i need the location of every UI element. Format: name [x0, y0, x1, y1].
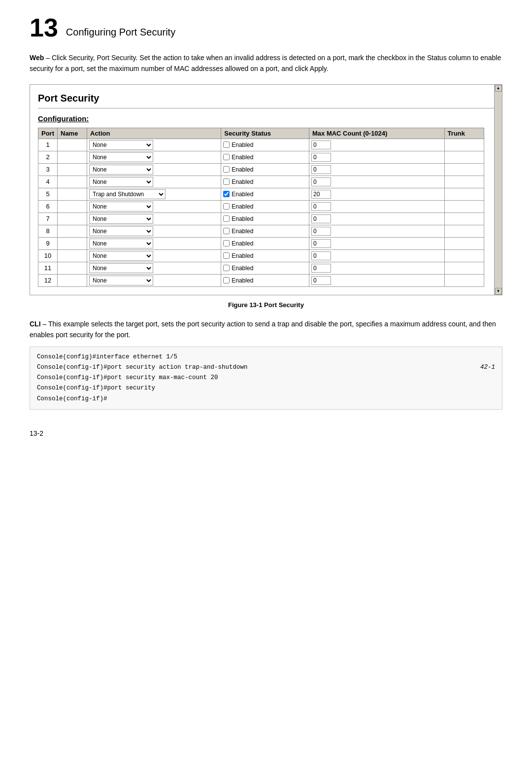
enabled-label: Enabled	[232, 141, 253, 148]
action-select[interactable]: NoneTrapShutdownTrap and Shutdown	[89, 251, 153, 261]
scrollbar-thumb[interactable]	[495, 92, 502, 288]
cell-action[interactable]: NoneTrapShutdownTrap and Shutdown	[87, 212, 221, 225]
enabled-label: Enabled	[232, 228, 253, 235]
code-line: Console(config-if)#	[37, 394, 495, 404]
enabled-checkbox[interactable]	[223, 240, 230, 246]
mac-count-input[interactable]	[311, 190, 331, 199]
action-select[interactable]: NoneTrapShutdownTrap and Shutdown	[89, 202, 153, 211]
cell-mac-count[interactable]	[309, 225, 444, 237]
cell-security-status[interactable]: Enabled	[221, 225, 309, 237]
action-select[interactable]: NoneTrapShutdownTrap and Shutdown	[89, 276, 153, 285]
cell-mac-count[interactable]	[309, 200, 444, 212]
cell-mac-count[interactable]	[309, 237, 444, 249]
cell-mac-count[interactable]	[309, 188, 444, 200]
scrollbar-up-button[interactable]: ▲	[495, 85, 502, 92]
cell-action[interactable]: NoneTrapShutdownTrap and Shutdown	[87, 188, 221, 200]
action-select[interactable]: NoneTrapShutdownTrap and Shutdown	[89, 263, 153, 273]
cell-action[interactable]: NoneTrapShutdownTrap and Shutdown	[87, 274, 221, 286]
enabled-checkbox[interactable]	[223, 166, 230, 173]
cell-security-status[interactable]: Enabled	[221, 262, 309, 274]
cell-security-status[interactable]: Enabled	[221, 200, 309, 212]
cell-security-status[interactable]: Enabled	[221, 139, 309, 151]
cell-security-status[interactable]: Enabled	[221, 176, 309, 188]
table-row: 9NoneTrapShutdownTrap and ShutdownEnable…	[38, 237, 484, 249]
figure-caption: Figure 13-1 Port Security	[30, 301, 502, 309]
mac-count-input[interactable]	[311, 177, 331, 186]
mac-count-input[interactable]	[311, 202, 331, 211]
enabled-checkbox[interactable]	[223, 252, 230, 259]
cell-trunk	[444, 188, 484, 200]
cell-action[interactable]: NoneTrapShutdownTrap and Shutdown	[87, 139, 221, 151]
enabled-checkbox[interactable]	[223, 141, 230, 148]
cell-action[interactable]: NoneTrapShutdownTrap and Shutdown	[87, 163, 221, 176]
cell-action[interactable]: NoneTrapShutdownTrap and Shutdown	[87, 225, 221, 237]
action-select[interactable]: NoneTrapShutdownTrap and Shutdown	[89, 189, 166, 199]
code-line: Console(config-if)#port security max-mac…	[37, 373, 495, 383]
action-select[interactable]: NoneTrapShutdownTrap and Shutdown	[89, 165, 153, 175]
cell-mac-count[interactable]	[309, 262, 444, 274]
scrollbar[interactable]: ▲ ▼	[494, 85, 502, 295]
code-line: Console(config-if)#port security	[37, 383, 495, 393]
cell-security-status[interactable]: Enabled	[221, 212, 309, 225]
cell-trunk	[444, 200, 484, 212]
cell-action[interactable]: NoneTrapShutdownTrap and Shutdown	[87, 200, 221, 212]
cell-name	[58, 212, 87, 225]
port-security-table: Port Name Action Security Status Max MAC…	[38, 128, 484, 287]
cell-name	[58, 262, 87, 274]
action-select[interactable]: NoneTrapShutdownTrap and Shutdown	[89, 226, 153, 236]
enabled-checkbox[interactable]	[223, 154, 230, 160]
cell-action[interactable]: NoneTrapShutdownTrap and Shutdown	[87, 151, 221, 163]
code-block: Console(config)#interface ethernet 1/5Co…	[30, 347, 502, 410]
mac-count-input[interactable]	[311, 165, 331, 174]
scrollbar-down-button[interactable]: ▼	[495, 288, 502, 295]
cell-name	[58, 249, 87, 262]
cell-security-status[interactable]: Enabled	[221, 151, 309, 163]
mac-count-input[interactable]	[311, 264, 331, 273]
cell-mac-count[interactable]	[309, 151, 444, 163]
cell-security-status[interactable]: Enabled	[221, 163, 309, 176]
enabled-checkbox[interactable]	[223, 228, 230, 234]
mac-count-input[interactable]	[311, 141, 331, 149]
cell-name	[58, 237, 87, 249]
cell-security-status[interactable]: Enabled	[221, 188, 309, 200]
action-select[interactable]: NoneTrapShutdownTrap and Shutdown	[89, 152, 153, 162]
cell-action[interactable]: NoneTrapShutdownTrap and Shutdown	[87, 262, 221, 274]
mac-count-input[interactable]	[311, 251, 331, 260]
cell-mac-count[interactable]	[309, 274, 444, 286]
mac-count-input[interactable]	[311, 276, 331, 285]
cell-security-status[interactable]: Enabled	[221, 249, 309, 262]
cell-mac-count[interactable]	[309, 139, 444, 151]
cell-action[interactable]: NoneTrapShutdownTrap and Shutdown	[87, 249, 221, 262]
cell-security-status[interactable]: Enabled	[221, 237, 309, 249]
cell-security-status[interactable]: Enabled	[221, 274, 309, 286]
cell-mac-count[interactable]	[309, 249, 444, 262]
mac-count-input[interactable]	[311, 239, 331, 248]
action-select[interactable]: NoneTrapShutdownTrap and Shutdown	[89, 239, 153, 248]
cell-mac-count[interactable]	[309, 212, 444, 225]
table-row: 4NoneTrapShutdownTrap and ShutdownEnable…	[38, 176, 484, 188]
enabled-checkbox[interactable]	[223, 203, 230, 210]
cell-mac-count[interactable]	[309, 163, 444, 176]
action-select[interactable]: NoneTrapShutdownTrap and Shutdown	[89, 214, 153, 224]
cell-port: 10	[38, 249, 58, 262]
cell-action[interactable]: NoneTrapShutdownTrap and Shutdown	[87, 237, 221, 249]
enabled-checkbox[interactable]	[223, 265, 230, 271]
cell-name	[58, 274, 87, 286]
cell-action[interactable]: NoneTrapShutdownTrap and Shutdown	[87, 176, 221, 188]
action-select[interactable]: NoneTrapShutdownTrap and Shutdown	[89, 177, 153, 187]
mac-count-input[interactable]	[311, 153, 331, 162]
enabled-label: Enabled	[232, 215, 253, 222]
action-select[interactable]: NoneTrapShutdownTrap and Shutdown	[89, 140, 153, 150]
mac-count-input[interactable]	[311, 227, 331, 236]
enabled-checkbox[interactable]	[223, 178, 230, 185]
mac-count-input[interactable]	[311, 214, 331, 223]
enabled-checkbox[interactable]	[223, 191, 230, 197]
enabled-checkbox[interactable]	[223, 277, 230, 283]
cell-mac-count[interactable]	[309, 176, 444, 188]
code-line-number: 42-1	[470, 362, 495, 373]
table-row: 5NoneTrapShutdownTrap and ShutdownEnable…	[38, 188, 484, 200]
cell-trunk	[444, 151, 484, 163]
cell-port: 1	[38, 139, 58, 151]
enabled-checkbox[interactable]	[223, 215, 230, 222]
col-header-name: Name	[58, 128, 87, 139]
